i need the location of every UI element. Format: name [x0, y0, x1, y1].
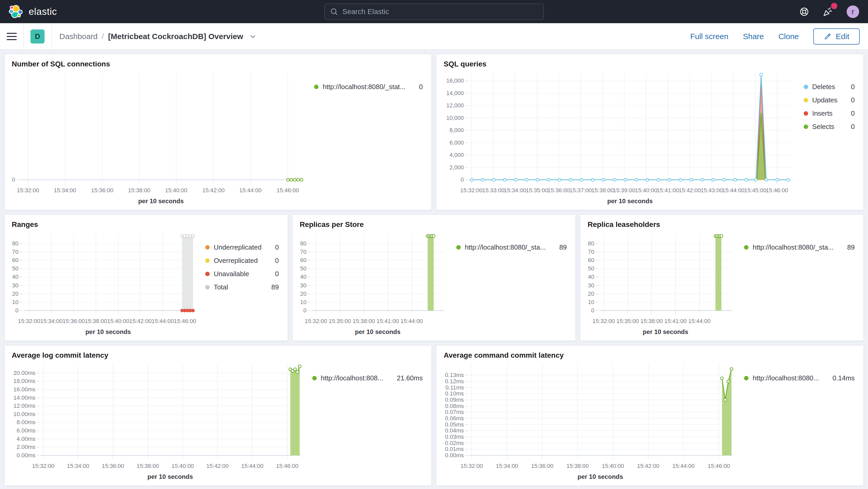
legend-item[interactable]: http://localhost:808...21.60ms — [312, 374, 423, 382]
chart-legend: http://localhost:8080/_stat...0 — [306, 69, 426, 206]
legend-item[interactable]: Selects0 — [804, 123, 855, 131]
menu-icon[interactable] — [0, 23, 24, 50]
chart-row: 0102030405060708015:32:0015:35:0015:38:0… — [585, 229, 858, 337]
panel-average-command-commit-latency: Average command commit latency 0.00ms0.0… — [436, 345, 864, 486]
legend-series-dot-icon — [205, 258, 210, 263]
breadcrumb-dashboard-link[interactable]: Dashboard — [59, 32, 98, 41]
user-avatar[interactable]: r — [847, 5, 859, 18]
legend-series-value: 0 — [266, 270, 279, 278]
svg-text:15:42:00: 15:42:00 — [679, 187, 701, 193]
svg-text:15:34:00: 15:34:00 — [40, 318, 63, 324]
svg-text:0: 0 — [303, 307, 306, 314]
svg-text:16,000: 16,000 — [446, 78, 464, 84]
svg-text:0: 0 — [16, 307, 19, 314]
svg-text:40: 40 — [300, 274, 306, 280]
newsfeed-icon[interactable] — [823, 6, 833, 17]
share-button[interactable]: Share — [743, 32, 764, 41]
svg-text:20: 20 — [300, 291, 306, 297]
svg-text:15:40:00: 15:40:00 — [107, 318, 129, 324]
edit-button[interactable]: Edit — [813, 28, 860, 44]
legend-item[interactable]: Overreplicated0 — [205, 256, 279, 265]
svg-text:10: 10 — [12, 299, 19, 305]
panel-title: Number of SQL connections — [12, 60, 426, 68]
svg-text:15:46:00: 15:46:00 — [174, 318, 196, 324]
clone-button[interactable]: Clone — [778, 32, 799, 41]
chart-replica-leaseholders: 0102030405060708015:32:0015:35:0015:38:0… — [585, 229, 736, 337]
search-input[interactable] — [342, 7, 538, 16]
svg-text:0.01ms: 0.01ms — [445, 446, 464, 452]
legend-series-label: Unavailable — [214, 270, 249, 278]
legend-item[interactable]: http://localhost:8080/_sta...89 — [456, 243, 567, 251]
panel-replicas-per-store: Replicas per Store 0102030405060708015:3… — [292, 214, 576, 341]
legend-item[interactable]: http://localhost:8080/_stat...0 — [314, 83, 423, 91]
svg-text:15:32:00: 15:32:00 — [17, 187, 39, 193]
svg-text:16.00ms: 16.00ms — [13, 386, 35, 393]
full-screen-button[interactable]: Full screen — [690, 32, 728, 41]
legend-series-label: Inserts — [812, 110, 833, 118]
legend-series-value: 89 — [838, 243, 855, 251]
svg-text:0.13ms: 0.13ms — [445, 372, 464, 378]
svg-text:0.08ms: 0.08ms — [445, 403, 464, 409]
legend-item[interactable]: Inserts0 — [804, 110, 855, 118]
svg-text:15:44:00: 15:44:00 — [241, 463, 264, 469]
legend-item[interactable]: Unavailable0 — [205, 270, 279, 278]
chart-legend: http://localhost:8080/_sta...89 — [448, 229, 570, 337]
svg-text:15:38:00: 15:38:00 — [591, 187, 614, 193]
svg-text:15:38:00: 15:38:00 — [128, 187, 151, 193]
svg-text:15:34:00: 15:34:00 — [504, 187, 526, 193]
svg-text:15:32:00: 15:32:00 — [460, 187, 483, 193]
chart-average-log-commit-latency: 0.00ms2.00ms4.00ms6.00ms8.00ms10.00ms12.… — [10, 360, 304, 482]
legend-series-value: 0 — [842, 83, 855, 91]
global-header: elastic — [0, 0, 868, 23]
legend-series-dot-icon — [804, 98, 808, 102]
legend-series-dot-icon — [205, 272, 210, 276]
svg-text:15:37:00: 15:37:00 — [569, 187, 592, 193]
svg-text:0.03ms: 0.03ms — [445, 433, 464, 440]
legend-series-dot-icon — [312, 376, 317, 380]
legend-series-label: Underreplicated — [214, 243, 262, 251]
legend-series-label: http://localhost:8080/_sta... — [465, 243, 546, 251]
svg-text:18.00ms: 18.00ms — [13, 378, 35, 384]
chart-legend: http://localhost:8080/_sta...89 — [736, 229, 858, 337]
svg-text:0.00ms: 0.00ms — [445, 452, 464, 459]
legend-series-dot-icon — [804, 85, 808, 89]
chart-row: 0102030405060708015:32:0015:35:0015:38:0… — [298, 229, 570, 337]
legend-series-dot-icon — [205, 245, 210, 250]
help-icon[interactable] — [799, 7, 809, 17]
legend-item[interactable]: Total89 — [205, 283, 279, 291]
svg-text:40: 40 — [12, 274, 19, 280]
breadcrumb: Dashboard / [Metricbeat CockroachDB] Ove… — [52, 32, 257, 41]
legend-item[interactable]: Underreplicated0 — [205, 243, 279, 251]
svg-text:2,000: 2,000 — [450, 164, 464, 171]
chevron-down-icon[interactable] — [249, 33, 257, 40]
svg-text:4.00ms: 4.00ms — [17, 436, 35, 442]
svg-text:20.00ms: 20.00ms — [13, 370, 35, 376]
legend-item[interactable]: http://localhost:8080/_sta...89 — [744, 243, 855, 251]
global-search[interactable] — [324, 4, 544, 20]
svg-text:15:42:00: 15:42:00 — [206, 463, 229, 469]
notification-badge — [831, 3, 837, 9]
svg-text:15:45:00: 15:45:00 — [744, 187, 767, 193]
legend-series-label: http://localhost:8080/_stat... — [323, 83, 405, 91]
svg-text:15:38:00: 15:38:00 — [137, 463, 159, 469]
svg-text:15:40:00: 15:40:00 — [602, 463, 624, 469]
svg-text:per 10 seconds: per 10 seconds — [578, 473, 623, 480]
svg-text:12,000: 12,000 — [446, 102, 464, 109]
svg-text:per 10 seconds: per 10 seconds — [355, 328, 401, 335]
svg-text:per 10 seconds: per 10 seconds — [138, 197, 184, 205]
svg-text:15:33:00: 15:33:00 — [482, 187, 505, 193]
svg-text:per 10 seconds: per 10 seconds — [86, 328, 131, 335]
svg-text:per 10 seconds: per 10 seconds — [607, 197, 653, 205]
svg-text:15:38:00: 15:38:00 — [567, 463, 589, 469]
svg-text:0.00ms: 0.00ms — [17, 452, 35, 459]
legend-item[interactable]: http://localhost:8080...0.14ms — [744, 374, 855, 382]
legend-item[interactable]: Deletes0 — [804, 83, 855, 91]
dashboard-toolbar: D Dashboard / [Metricbeat CockroachDB] O… — [0, 23, 868, 50]
elastic-brand[interactable]: elastic — [0, 4, 65, 20]
svg-text:80: 80 — [12, 240, 19, 247]
legend-item[interactable]: Updates0 — [804, 96, 855, 104]
svg-text:10,000: 10,000 — [446, 115, 464, 121]
svg-text:0.10ms: 0.10ms — [445, 390, 464, 397]
legend-series-value: 0 — [842, 123, 855, 131]
svg-text:0: 0 — [461, 176, 464, 183]
